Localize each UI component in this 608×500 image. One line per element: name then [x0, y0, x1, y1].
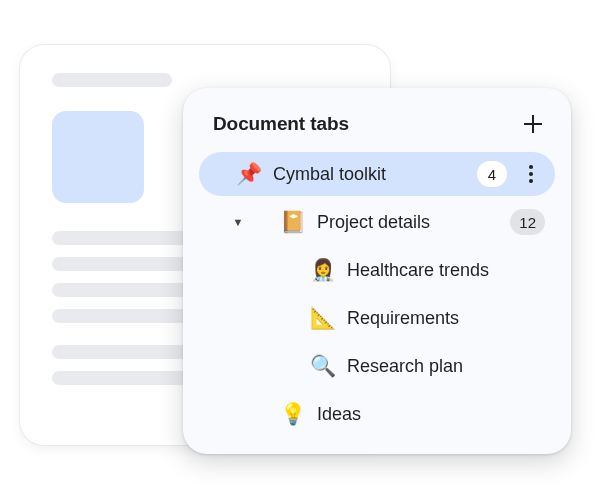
tab-list: 📌 Cymbal toolkit 4 ▼ 📔 Project details 1… — [199, 152, 555, 436]
magnifier-icon: 🔍 — [309, 354, 337, 378]
add-tab-button[interactable] — [519, 110, 547, 138]
expand-toggle[interactable]: ▼ — [207, 216, 269, 228]
plus-icon — [523, 114, 543, 134]
lightbulb-icon: 💡 — [279, 402, 307, 426]
skeleton-thumbnail — [52, 111, 144, 203]
more-vert-icon — [529, 165, 533, 183]
tabs-header: Document tabs — [199, 108, 555, 152]
ruler-icon: 📐 — [309, 306, 337, 330]
comment-count-badge: 4 — [477, 161, 507, 187]
chevron-down-icon: ▼ — [233, 216, 244, 228]
skeleton-title — [52, 73, 172, 87]
tab-label: Research plan — [347, 356, 545, 377]
pushpin-icon: 📌 — [235, 162, 263, 186]
tabs-title: Document tabs — [213, 113, 349, 135]
tab-label: Project details — [317, 212, 500, 233]
document-tabs-panel: Document tabs 📌 Cymbal toolkit 4 ▼ 📔 Pro… — [183, 88, 571, 454]
tab-research-plan[interactable]: 🔍 Research plan — [199, 344, 555, 388]
tab-label: Requirements — [347, 308, 545, 329]
notebook-icon: 📔 — [279, 210, 307, 234]
tab-more-button[interactable] — [517, 160, 545, 188]
tab-healthcare-trends[interactable]: 👩‍⚕️ Healthcare trends — [199, 248, 555, 292]
tab-label: Healthcare trends — [347, 260, 545, 281]
tab-label: Cymbal toolkit — [273, 164, 467, 185]
tab-project-details[interactable]: ▼ 📔 Project details 12 — [199, 200, 555, 244]
tab-ideas[interactable]: 💡 Ideas — [199, 392, 555, 436]
health-worker-icon: 👩‍⚕️ — [309, 258, 337, 282]
tab-label: Ideas — [317, 404, 545, 425]
tab-cymbal-toolkit[interactable]: 📌 Cymbal toolkit 4 — [199, 152, 555, 196]
tab-requirements[interactable]: 📐 Requirements — [199, 296, 555, 340]
comment-count-badge: 12 — [510, 209, 545, 235]
